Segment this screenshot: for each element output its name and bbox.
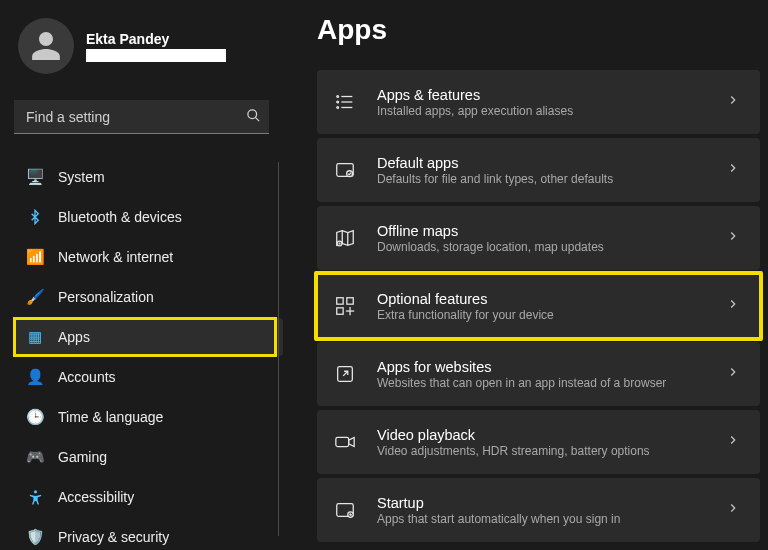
grid-plus-icon: [333, 294, 357, 318]
card-text: Apps for websitesWebsites that can open …: [377, 359, 726, 390]
svg-rect-16: [337, 298, 343, 304]
card-title: Apps for websites: [377, 359, 726, 375]
card-text: StartupApps that start automatically whe…: [377, 495, 726, 526]
chevron-right-icon: [726, 93, 740, 111]
chevron-right-icon: [726, 229, 740, 247]
svg-point-7: [337, 101, 339, 103]
profile-email-redacted: [86, 49, 226, 62]
sidebar: Ekta Pandey 🖥️SystemBluetooth & devices📶…: [0, 0, 295, 550]
sidebar-item-label: Network & internet: [58, 249, 173, 265]
sidebar-item-system[interactable]: 🖥️System: [14, 158, 283, 196]
card-title: Video playback: [377, 427, 726, 443]
card-title: Offline maps: [377, 223, 726, 239]
sidebar-item-label: Accounts: [58, 369, 116, 385]
card-subtitle: Apps that start automatically when you s…: [377, 512, 726, 526]
chevron-right-icon: [726, 161, 740, 179]
card-text: Optional featuresExtra functionality for…: [377, 291, 726, 322]
sidebar-item-label: Personalization: [58, 289, 154, 305]
card-subtitle: Video adjustments, HDR streaming, batter…: [377, 444, 726, 458]
sidebar-item-label: System: [58, 169, 105, 185]
map-icon: [333, 226, 357, 250]
settings-card-apps-for-websites[interactable]: Apps for websitesWebsites that can open …: [317, 342, 760, 406]
sidebar-item-apps[interactable]: ▦Apps: [14, 318, 283, 356]
person-icon: [29, 29, 63, 63]
sidebar-item-bluetooth-devices[interactable]: Bluetooth & devices: [14, 198, 283, 236]
card-title: Startup: [377, 495, 726, 511]
sidebar-item-personalization[interactable]: 🖌️Personalization: [14, 278, 283, 316]
sidebar-item-icon: 👤: [26, 368, 44, 386]
settings-card-video-playback[interactable]: Video playbackVideo adjustments, HDR str…: [317, 410, 760, 474]
card-title: Default apps: [377, 155, 726, 171]
sidebar-item-accounts[interactable]: 👤Accounts: [14, 358, 283, 396]
svg-rect-18: [337, 308, 343, 314]
sidebar-separator: [278, 162, 279, 536]
settings-card-startup[interactable]: StartupApps that start automatically whe…: [317, 478, 760, 542]
sidebar-item-icon: 🎮: [26, 448, 44, 466]
card-subtitle: Downloads, storage location, map updates: [377, 240, 726, 254]
card-title: Apps & features: [377, 87, 726, 103]
svg-point-8: [337, 107, 339, 109]
sidebar-item-icon: 🖌️: [26, 288, 44, 306]
card-subtitle: Extra functionality for your device: [377, 308, 726, 322]
sidebar-item-label: Accessibility: [58, 489, 134, 505]
settings-card-list: Apps & featuresInstalled apps, app execu…: [317, 70, 760, 542]
card-subtitle: Websites that can open in an app instead…: [377, 376, 726, 390]
open-icon: [333, 362, 357, 386]
default-icon: [333, 158, 357, 182]
sidebar-item-icon: 🕒: [26, 408, 44, 426]
card-text: Video playbackVideo adjustments, HDR str…: [377, 427, 726, 458]
svg-point-6: [337, 96, 339, 98]
video-icon: [333, 430, 357, 454]
chevron-right-icon: [726, 501, 740, 519]
settings-card-optional-features[interactable]: Optional featuresExtra functionality for…: [317, 274, 760, 338]
page-title: Apps: [317, 14, 760, 46]
sidebar-item-label: Gaming: [58, 449, 107, 465]
search-input[interactable]: [14, 100, 269, 134]
profile-text: Ekta Pandey: [86, 31, 226, 62]
sidebar-item-icon: [26, 488, 44, 506]
svg-rect-22: [336, 437, 349, 446]
profile-name: Ekta Pandey: [86, 31, 226, 47]
sidebar-item-icon: 📶: [26, 248, 44, 266]
sidebar-item-privacy-security[interactable]: 🛡️Privacy & security: [14, 518, 283, 550]
sidebar-item-label: Bluetooth & devices: [58, 209, 182, 225]
sidebar-item-time-language[interactable]: 🕒Time & language: [14, 398, 283, 436]
sidebar-item-icon: [26, 208, 44, 226]
settings-card-default-apps[interactable]: Default appsDefaults for file and link t…: [317, 138, 760, 202]
profile-block[interactable]: Ekta Pandey: [14, 14, 283, 84]
chevron-right-icon: [726, 433, 740, 451]
settings-card-offline-maps[interactable]: Offline mapsDownloads, storage location,…: [317, 206, 760, 270]
sidebar-item-network-internet[interactable]: 📶Network & internet: [14, 238, 283, 276]
sidebar-nav: 🖥️SystemBluetooth & devices📶Network & in…: [14, 158, 283, 550]
sidebar-item-accessibility[interactable]: Accessibility: [14, 478, 283, 516]
chevron-right-icon: [726, 365, 740, 383]
sidebar-item-label: Time & language: [58, 409, 163, 425]
sidebar-item-icon: ▦: [26, 328, 44, 346]
svg-point-2: [33, 490, 36, 493]
svg-rect-17: [347, 298, 353, 304]
card-text: Default appsDefaults for file and link t…: [377, 155, 726, 186]
card-text: Apps & featuresInstalled apps, app execu…: [377, 87, 726, 118]
sidebar-item-gaming[interactable]: 🎮Gaming: [14, 438, 283, 476]
chevron-right-icon: [726, 297, 740, 315]
sidebar-item-icon: 🖥️: [26, 168, 44, 186]
main-panel: Apps Apps & featuresInstalled apps, app …: [295, 0, 768, 550]
card-subtitle: Installed apps, app execution aliases: [377, 104, 726, 118]
sidebar-item-label: Privacy & security: [58, 529, 169, 545]
search-wrap: [14, 100, 283, 134]
sidebar-item-icon: 🛡️: [26, 528, 44, 546]
card-subtitle: Defaults for file and link types, other …: [377, 172, 726, 186]
startup-icon: [333, 498, 357, 522]
card-text: Offline mapsDownloads, storage location,…: [377, 223, 726, 254]
list-icon: [333, 90, 357, 114]
avatar: [18, 18, 74, 74]
card-title: Optional features: [377, 291, 726, 307]
settings-card-apps-features[interactable]: Apps & featuresInstalled apps, app execu…: [317, 70, 760, 134]
sidebar-item-label: Apps: [58, 329, 90, 345]
